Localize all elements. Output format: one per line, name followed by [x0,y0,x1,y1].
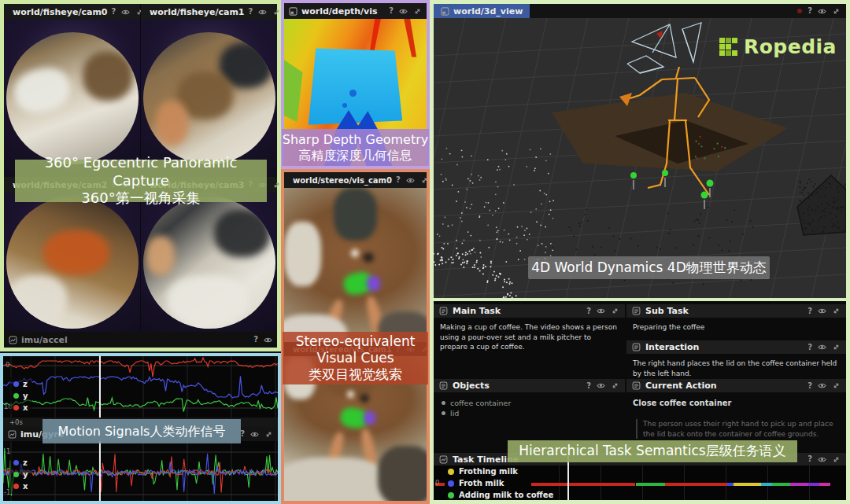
visibility-icon[interactable] [250,430,259,439]
help-icon[interactable]: ? [586,307,591,315]
expand-icon[interactable] [264,430,273,439]
imu-accel-plot[interactable]: 0 10 z y x [3,356,278,418]
legend-dot [448,492,454,498]
expand-icon[interactable] [611,381,619,390]
app-canvas: world/fisheye/cam0 ? world/fisheye/cam1 … [0,0,850,504]
tab-3d-view[interactable]: world/3d_view [434,4,530,18]
help-icon[interactable]: ? [240,430,245,438]
legend-dot-x [13,484,19,489]
time-playhead[interactable] [99,441,101,501]
panel-title: imu/accel [21,335,68,345]
task-timeline-plot[interactable]: 0 Frothing milk Froth milk Adding milk t… [434,465,846,500]
timeline-playhead[interactable] [567,456,569,500]
panel-header-depth[interactable]: world/depth/vis ? [284,3,427,19]
panel-header-imu-accel[interactable]: imu/accel ? [4,332,277,348]
imu-gyro-plot[interactable]: 1 0 -1 z y x [3,441,278,501]
help-icon[interactable]: ? [389,7,394,15]
expand-icon[interactable] [832,7,841,16]
legend-dot-z [13,381,19,387]
expand-icon[interactable] [272,8,281,17]
panel-header-fisheye-cam1[interactable]: world/fisheye/cam1 ? [141,4,277,20]
legend-dot-y [13,472,19,477]
expand-icon[interactable] [832,455,841,464]
depth-group: world/depth/vis ? Sharp Depth Geometry 高… [281,0,430,169]
help-icon[interactable]: ? [808,344,812,351]
accel-legend: z y x [9,377,32,415]
text-document-icon [439,381,448,390]
fisheye-cam2-view[interactable] [4,193,140,332]
visibility-icon[interactable] [597,381,605,390]
help-icon[interactable]: ? [396,176,401,184]
bullet-icon [442,401,445,405]
fisheye-cam0-view[interactable] [4,20,140,177]
expand-icon[interactable] [832,307,841,315]
timeline-legend-item: Frothing milk [448,466,518,476]
record-indicator-icon [797,9,802,13]
visibility-icon[interactable] [818,7,826,16]
help-icon[interactable]: ? [808,7,812,15]
panel-header-main-task[interactable]: Main Task ? [434,304,625,318]
help-icon[interactable]: ? [112,8,116,16]
timeline-icon [439,455,448,464]
visibility-icon[interactable] [406,176,415,185]
visibility-icon[interactable] [597,307,605,315]
task-semantics-area: Main Task ? Making a cup of coffee. The … [434,301,846,500]
visibility-icon[interactable] [258,8,267,17]
expand-icon[interactable] [832,343,841,351]
expand-icon[interactable] [420,176,429,185]
help-icon[interactable]: ? [253,336,258,344]
visibility-icon[interactable] [818,455,826,464]
expand-icon[interactable] [832,381,841,390]
legend-dot [448,480,454,487]
expand-icon[interactable] [272,181,281,189]
panel-title: world/depth/vis [301,6,378,17]
expand-icon[interactable] [413,7,422,16]
pointcloud-pyramid [797,175,846,235]
help-icon[interactable]: ? [586,382,591,390]
panel-header-fisheye-cam0[interactable]: world/fisheye/cam0 ? [4,4,140,20]
panel-header-stereo-cam0[interactable]: world/stereo/vis_cam0 ? [284,172,427,188]
fisheye-cam3-view[interactable] [141,193,277,332]
chart-icon [9,336,17,344]
expand-icon[interactable] [611,307,619,315]
bullet-icon [442,411,445,415]
text-document-icon [632,343,641,351]
main-task-text: Making a cup of coffee. The video shows … [440,322,619,352]
visibility-icon[interactable] [818,343,826,351]
3d-viewport[interactable]: Ropedia 4D World Dynamics 4D物理世界动态 [434,18,846,298]
visibility-icon[interactable] [264,336,272,344]
panel-title: world/fisheye/cam0 [13,7,108,17]
visibility-icon[interactable] [818,307,826,315]
help-icon[interactable]: ? [808,307,812,315]
visibility-icon[interactable] [818,381,826,390]
stereo-cam0-view[interactable] [284,188,427,342]
interaction-text: The right hand places the lid on the cof… [633,359,841,378]
help-icon[interactable]: ? [249,8,253,16]
fisheye-group: world/fisheye/cam0 ? world/fisheye/cam1 … [0,0,281,351]
help-icon[interactable]: ? [808,455,812,463]
gyro-waveform [3,441,278,501]
overlay-4d-dynamics: 4D World Dynamics 4D物理世界动态 [528,256,770,279]
accel-ytick-0: 0 [6,361,9,369]
visibility-icon[interactable] [121,8,130,17]
visibility-icon[interactable] [399,7,408,16]
fisheye-cam1-view[interactable] [141,20,277,177]
panel-title: world/stereo/vis_cam0 [293,176,392,185]
time-playhead[interactable] [99,356,101,418]
help-icon[interactable]: ? [808,382,812,390]
gyro-legend: z y x [9,455,32,494]
overlay-motion-signals: Motion Signals人类动作信号 [42,419,241,443]
legend-dot-y [13,393,19,399]
timeline-legend-item: Froth milk [448,478,504,488]
legend-dot-z [13,460,19,465]
panel-header-current-action[interactable]: Current Action ? [626,379,846,392]
panel-header-3d-view[interactable]: world/3d_view ? [434,4,846,18]
objects-list: coffee container lid [442,398,511,418]
panel-header-sub-task[interactable]: Sub Task ? [626,304,846,318]
accel-waveform [3,356,278,418]
overlay-sharp-depth: Sharp Depth Geometry 高精度深度几何信息 [282,129,429,166]
panel-header-objects[interactable]: Objects ? [434,379,625,392]
panel-header-interaction[interactable]: Interaction ? [626,340,846,354]
list-item: lid [442,408,511,418]
viewport-icon [441,7,449,16]
